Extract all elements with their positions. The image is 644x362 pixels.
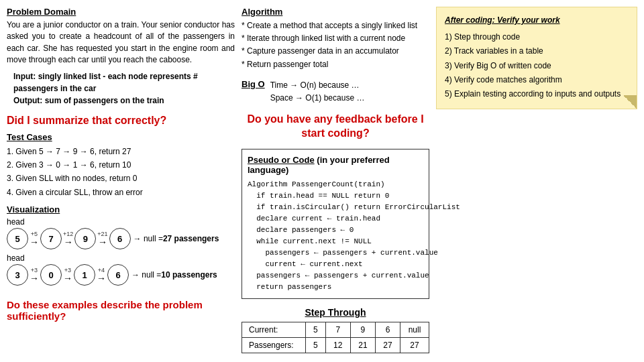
input-line: Input: singly linked list - each node re… [13, 70, 235, 95]
node-5: 5 [7, 228, 28, 249]
list-item: 1) Step through code [445, 31, 629, 44]
visualization-heading: Visualization [7, 204, 235, 215]
output-text: : sum of passengers on the train [40, 96, 164, 105]
big-o-content: Time → O(n) because … Space → O(1) becau… [270, 79, 365, 105]
table-cell: 7 [325, 322, 350, 338]
big-o-time: Time → O(n) because … [270, 79, 365, 92]
bottom-question: Do these examples describe the problem s… [7, 299, 235, 322]
null-result-1: → null = 27 passengers [133, 234, 219, 243]
table-cell: null [400, 322, 429, 338]
table-cell: 21 [350, 338, 375, 353]
node-0: 0 [40, 264, 62, 286]
result-2: 10 passengers [161, 270, 217, 280]
node-6-2: 6 [107, 264, 129, 286]
list-item: 4) Verify code matches algorithm [445, 74, 629, 86]
node-7: 7 [40, 228, 62, 249]
row-label: Current: [242, 322, 306, 338]
viz-row-2: 3 +3 → 0 +3 → 1 +4 → 6 → null = 10 passe… [7, 264, 235, 286]
list-item: 3. Given SLL with no nodes, return 0 [7, 172, 235, 185]
list-item: 2) Track variables in a table [445, 45, 629, 58]
big-o-space: Space → O(1) because … [270, 92, 365, 105]
algorithm-section: Algorithm Create a method that accepts a… [241, 7, 429, 71]
big-o-label: Big O [241, 79, 265, 89]
node-9: 9 [74, 228, 96, 249]
result-1: 27 passengers [163, 234, 219, 243]
node-6: 6 [109, 228, 131, 249]
middle-column: Algorithm Create a method that accepts a… [241, 7, 429, 355]
node-3: 3 [7, 264, 28, 286]
step-through-heading: Step Through [241, 307, 429, 318]
list-item: Iterate through linked list with a curre… [241, 32, 429, 45]
null-arrow-2: → null = [131, 270, 161, 280]
output-label: Output [13, 96, 40, 105]
table-cell: 9 [350, 322, 375, 338]
arrow-1: +5 → [30, 231, 39, 247]
list-item: 2. Given 3 → 0 → 1 → 6, return 10 [7, 158, 235, 172]
arrow-3: +21 → [97, 231, 107, 247]
list-item: 4. Given a circular SLL, throw an error [7, 186, 235, 199]
arrow-5: +3 → [63, 267, 72, 283]
right-column: After coding: Verify your work 1) Step t… [436, 7, 637, 355]
input-text: : singly linked list - each node represe… [13, 72, 198, 93]
pseudo-code-box: Pseudo or Code (in your preferred langua… [241, 149, 429, 299]
table-cell: 6 [375, 322, 400, 338]
table-cell: 5 [305, 338, 325, 353]
table-cell: 27 [375, 338, 400, 353]
list-item: Return passenger total [241, 58, 429, 71]
algorithm-heading: Algorithm [241, 7, 429, 17]
table-row: Passengers: 5 12 21 27 27 [242, 338, 429, 353]
node-1: 1 [74, 264, 95, 286]
algorithm-list: Create a method that accepts a singly li… [241, 19, 429, 71]
viz-head-label-1: head [7, 217, 235, 227]
list-item: Create a method that accepts a singly li… [241, 19, 429, 32]
table-cell: 12 [325, 338, 350, 353]
null-result-2: → null = 10 passengers [131, 270, 217, 280]
arrow-2: +12 → [63, 231, 73, 247]
big-o-section: Big O Time → O(n) because … Space → O(1)… [241, 79, 429, 105]
test-cases-heading: Test Cases [7, 132, 235, 142]
problem-domain-body: You are a junior conductor on a train. Y… [7, 19, 235, 66]
left-column: Problem Domain You are a junior conducto… [7, 7, 235, 355]
sticky-heading: After coding: Verify your work [445, 14, 629, 27]
problem-domain-heading: Problem Domain [7, 7, 235, 17]
test-cases-list: 1. Given 5 → 7 → 9 → 6, return 27 2. Giv… [7, 145, 235, 200]
sticky-list: 1) Step through code 2) Track variables … [445, 31, 629, 101]
arrow-6: +4 → [97, 267, 106, 283]
pseudo-code-text: Algorithm PassengerCount(train) if train… [248, 179, 423, 293]
viz-row-1: 5 +5 → 7 +12 → 9 +21 → 6 → null = 27 pas… [7, 228, 235, 249]
visualization-section: Visualization head 5 +5 → 7 +12 → 9 +21 … [7, 204, 235, 290]
step-table: Current: 5 7 9 6 null Passengers: 5 12 2… [241, 322, 429, 353]
step-through-section: Step Through Current: 5 7 9 6 null Passe… [241, 307, 429, 353]
output-line: Output: sum of passengers on the train [13, 95, 235, 107]
table-cell: 27 [400, 338, 429, 353]
viz-head-label-2: head [7, 253, 235, 263]
summarize-question: Did I summarize that correctly? [7, 115, 235, 127]
table-cell: 5 [305, 322, 325, 338]
row-label: Passengers: [242, 338, 306, 353]
list-item: 3) Verify Big O of written code [445, 60, 629, 72]
list-item: Capture passenger data in an accumulator [241, 45, 429, 58]
list-item: 5) Explain testing according to inputs a… [445, 88, 629, 101]
table-row: Current: 5 7 9 6 null [242, 322, 429, 338]
test-cases-section: Test Cases 1. Given 5 → 7 → 9 → 6, retur… [7, 132, 235, 200]
list-item: 1. Given 5 → 7 → 9 → 6, return 27 [7, 145, 235, 158]
pseudo-heading: Pseudo or Code (in your preferred langua… [248, 155, 423, 175]
input-label: Input [13, 72, 33, 81]
pseudo-heading-underline: Pseudo or Code [248, 155, 315, 165]
problem-domain-io: Input: singly linked list - each node re… [7, 70, 235, 107]
arrow-4: +3 → [30, 267, 39, 283]
null-arrow-1: → null = [133, 234, 163, 243]
feedback-question: Do you have any feedback before I start … [241, 113, 429, 141]
problem-domain-section: Problem Domain You are a junior conducto… [7, 7, 235, 107]
sticky-note: After coding: Verify your work 1) Step t… [436, 7, 637, 109]
